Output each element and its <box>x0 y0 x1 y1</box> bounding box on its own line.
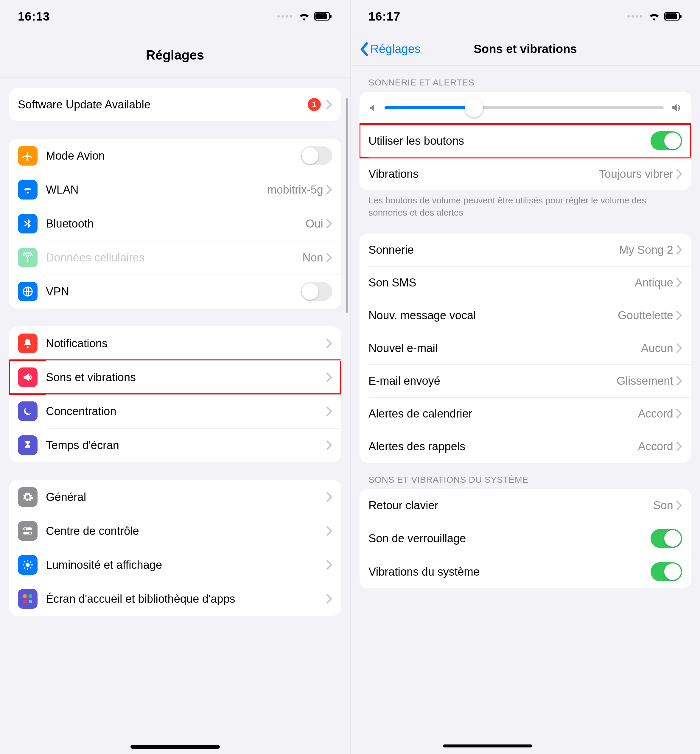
slider-thumb[interactable] <box>465 98 483 117</box>
sentmail-label: E-mail envoyé <box>369 375 617 387</box>
svg-rect-9 <box>23 595 27 598</box>
airplane-toggle[interactable] <box>300 146 332 165</box>
chevron-right-icon <box>326 492 332 502</box>
keyboard-row[interactable]: Retour clavierSon <box>359 489 691 522</box>
lock-label: Son de verrouillage <box>369 532 650 545</box>
chevron-right-icon <box>676 441 682 451</box>
ringtone-row[interactable]: SonnerieMy Song 2 <box>359 233 691 266</box>
email-label: Nouvel e-mail <box>369 342 641 355</box>
home-indicator[interactable] <box>443 745 532 748</box>
focus-row[interactable]: Concentration <box>9 394 341 428</box>
sms-row[interactable]: Son SMSAntique <box>359 266 691 299</box>
battery-icon <box>314 12 332 20</box>
control-center-row[interactable]: Centre de contrôle <box>9 514 341 548</box>
section-header-ringer: SONNERIE ET ALERTES <box>359 66 691 92</box>
software-update-row[interactable]: Software Update Available 1 <box>9 88 341 121</box>
section-header-system: SONS ET VIBRATIONS DU SYSTÈME <box>359 463 691 489</box>
back-button[interactable]: Réglages <box>359 42 420 56</box>
phone-sounds: 16:17 Réglages Sons et vibrations SONNER… <box>350 0 700 754</box>
reminders-row[interactable]: Alertes des rappelsAccord <box>359 430 691 463</box>
moon-icon <box>18 401 38 421</box>
control-center-label: Centre de contrôle <box>46 525 326 537</box>
vpn-row[interactable]: VPN <box>9 275 341 309</box>
status-bar: 16:17 <box>351 0 700 33</box>
wlan-row[interactable]: WLAN mobitrix-5g <box>9 173 341 207</box>
vibration-row[interactable]: Vibrations Toujours vibrer <box>359 158 691 190</box>
app-grid-icon <box>18 589 38 609</box>
homescreen-row[interactable]: Écran d'accueil et bibliothèque d'apps <box>9 582 341 616</box>
chevron-right-icon <box>326 560 332 570</box>
section-footer-ringer: Les boutons de volume peuvent être utili… <box>359 190 691 219</box>
chevron-right-icon <box>676 278 682 288</box>
chevron-right-icon <box>676 169 682 179</box>
wlan-label: WLAN <box>46 183 267 196</box>
airplane-icon <box>18 146 38 165</box>
ringtone-value: My Song 2 <box>619 244 673 256</box>
chevron-right-icon <box>326 253 332 263</box>
battery-icon <box>664 12 682 20</box>
calendar-row[interactable]: Alertes de calendrierAccord <box>359 397 691 430</box>
chevron-right-icon <box>326 526 332 536</box>
volume-slider-row <box>359 92 691 124</box>
vpn-toggle[interactable] <box>300 282 332 301</box>
sounds-row[interactable]: Sons et vibrations <box>9 360 341 394</box>
chevron-right-icon <box>326 338 332 348</box>
software-update-label: Software Update Available <box>18 98 308 111</box>
calendar-label: Alertes de calendrier <box>369 407 638 420</box>
svg-rect-14 <box>666 13 677 19</box>
page-title: Réglages <box>146 48 204 62</box>
sun-icon <box>18 555 38 575</box>
cellular-dots-icon <box>277 15 292 17</box>
voicemail-label: Nouv. message vocal <box>369 309 618 322</box>
wifi-icon <box>298 12 310 21</box>
wlan-value: mobitrix-5g <box>267 183 323 196</box>
svg-point-6 <box>24 528 26 530</box>
svg-rect-15 <box>680 15 681 18</box>
airplane-label: Mode Avion <box>46 150 300 162</box>
status-bar: 16:13 <box>0 0 350 33</box>
sysvib-toggle[interactable] <box>650 562 682 581</box>
bluetooth-icon <box>18 214 38 233</box>
chevron-right-icon <box>326 185 332 195</box>
use-buttons-toggle[interactable] <box>650 131 682 150</box>
lock-row[interactable]: Son de verrouillage <box>359 522 691 555</box>
lock-toggle[interactable] <box>650 529 682 548</box>
wifi-icon <box>648 12 660 21</box>
display-label: Luminosité et affichage <box>46 559 326 571</box>
bluetooth-row[interactable]: Bluetooth Oui <box>9 207 341 240</box>
toggles-icon <box>18 521 38 541</box>
speaker-icon <box>18 367 38 387</box>
display-row[interactable]: Luminosité et affichage <box>9 548 341 582</box>
general-row[interactable]: Général <box>9 480 341 514</box>
nav-header: Réglages <box>0 33 350 77</box>
cellular-row[interactable]: Données cellulaires Non <box>9 240 341 275</box>
keyboard-label: Retour clavier <box>369 499 653 512</box>
cellular-value: Non <box>302 251 323 264</box>
ringtone-label: Sonnerie <box>369 244 619 256</box>
svg-rect-2 <box>330 15 331 18</box>
notifications-row[interactable]: Notifications <box>9 326 341 360</box>
status-clock: 16:17 <box>369 10 400 23</box>
phone-settings: 16:13 Réglages Software Update Available… <box>0 0 350 754</box>
chevron-right-icon <box>326 100 332 109</box>
airplane-mode-row[interactable]: Mode Avion <box>9 139 341 173</box>
globe-icon <box>18 282 38 301</box>
focus-label: Concentration <box>46 405 326 418</box>
email-row[interactable]: Nouvel e-mailAucun <box>359 332 691 364</box>
use-buttons-row[interactable]: Utiliser les boutons <box>359 124 691 158</box>
screentime-row[interactable]: Temps d'écran <box>9 428 341 462</box>
svg-rect-12 <box>28 600 32 603</box>
svg-point-8 <box>26 563 30 567</box>
svg-rect-1 <box>316 13 327 19</box>
scrollbar[interactable] <box>346 98 348 313</box>
email-value: Aucun <box>641 342 673 355</box>
home-indicator[interactable] <box>130 745 220 749</box>
page-title: Sons et vibrations <box>473 42 577 56</box>
chevron-right-icon <box>676 245 682 255</box>
voicemail-row[interactable]: Nouv. message vocalGouttelette <box>359 299 691 332</box>
sentmail-row[interactable]: E-mail envoyéGlissement <box>359 364 691 397</box>
volume-slider[interactable] <box>384 106 664 109</box>
sysvib-row[interactable]: Vibrations du système <box>359 555 691 589</box>
chevron-right-icon <box>676 500 682 510</box>
reminders-value: Accord <box>638 440 673 453</box>
